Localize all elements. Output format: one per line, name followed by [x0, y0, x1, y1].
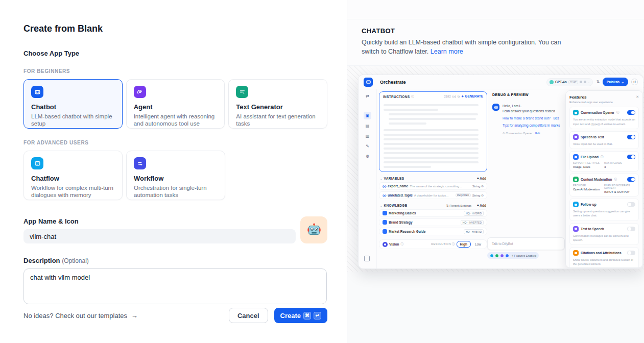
chevron-down-icon: ⌄: [621, 80, 624, 84]
features-enabled-badge[interactable]: 4 Features Enabled: [487, 252, 539, 259]
generate-button[interactable]: ✦ GENERATE: [461, 94, 483, 99]
app-icon-picker[interactable]: [300, 216, 327, 243]
app-type-card-agent[interactable]: Agent Intelligent agent with reasoning a…: [126, 79, 225, 129]
content-moderation-icon: [573, 177, 579, 182]
app-type-name: Chatbot: [31, 103, 115, 111]
shot-app-title: Orchestrate: [380, 80, 406, 85]
preview-top-strip: [347, 0, 644, 19]
toggle-switch[interactable]: [627, 135, 635, 139]
agent-icon: [134, 86, 146, 98]
preview-heading: CHATBOT: [362, 27, 630, 35]
sidebar-collapse-icon[interactable]: [364, 256, 370, 261]
sidebar-note-icon[interactable]: ✎: [364, 142, 371, 150]
preview-hatch-area: Orchestrate GPT-4o CHAT ⌄ ⇅ Publish: [347, 66, 644, 272]
app-type-card-workflow[interactable]: Workflow Orchestration for single-turn a…: [126, 151, 225, 200]
variable-row[interactable]: {x} expert_name The name of the strategi…: [379, 182, 487, 190]
create-button[interactable]: Create ⌘ ↵: [274, 308, 327, 323]
edit-link[interactable]: Edit: [535, 132, 540, 135]
sidebar-chat-icon[interactable]: ▣: [364, 112, 371, 119]
citations-icon: [573, 250, 579, 256]
debug-column: DEBUG & PREVIEW Hello, I am L. I can ans…: [492, 93, 566, 135]
app-name-input[interactable]: [23, 229, 296, 243]
workflow-icon: [134, 157, 146, 169]
add-variable-button[interactable]: + Add: [477, 177, 486, 180]
model-selector[interactable]: GPT-4o CHAT ⌄: [546, 78, 593, 86]
conversation-opener-icon: [573, 110, 579, 115]
toggle-switch[interactable]: [627, 251, 635, 255]
rerank-settings-button[interactable]: ⇅ Rerank Settings: [446, 204, 471, 207]
shot-app-icon: [364, 78, 373, 87]
templates-link[interactable]: No ideas? Check out our templates →: [23, 312, 138, 320]
swap-icon[interactable]: ⇄: [364, 92, 371, 100]
toggle-switch[interactable]: [627, 110, 635, 115]
resolution-low-button[interactable]: Low: [472, 241, 484, 247]
app-type-desc: Intelligent agent with reasoning and aut…: [134, 113, 218, 128]
history-icon[interactable]: ↺: [631, 79, 638, 85]
toggle-switch[interactable]: [627, 202, 635, 207]
info-icon: ⓘ: [400, 242, 403, 246]
suggestion-link[interactable]: Tips for analyzing competitors in marke: [503, 123, 560, 128]
app-type-desc: Orchestration for single-turn automation…: [134, 184, 218, 199]
app-type-card-chatflow[interactable]: Chatflow Workflow for complex multi-turn…: [23, 151, 123, 200]
chevron-down-icon[interactable]: ⌄: [380, 204, 383, 207]
info-icon: ⓘ: [614, 178, 617, 181]
sidebar-gear-icon[interactable]: ⚙: [364, 153, 371, 160]
variable-braces-icon[interactable]: {x}: [452, 95, 456, 98]
app-type-desc: AI assistant for text generation tasks: [236, 113, 320, 128]
model-provider-icon: [550, 80, 554, 84]
model-name: GPT-4o: [555, 80, 567, 84]
choose-app-type-label: Choose App Type: [23, 50, 327, 57]
cancel-button[interactable]: Cancel: [229, 308, 268, 323]
vision-eye-icon: [383, 242, 388, 247]
instructions-skeleton: [379, 101, 487, 172]
shot-topbar: Orchestrate GPT-4o CHAT ⌄ ⇅ Publish: [359, 75, 643, 89]
app-type-name: Chatflow: [31, 175, 115, 182]
advanced-cards: Chatflow Workflow for complex multi-turn…: [23, 151, 327, 200]
sidebar-document-icon[interactable]: ▥: [364, 132, 371, 140]
cmd-key-icon: ⌘: [303, 312, 311, 320]
variable-icon: {x}: [383, 185, 386, 188]
toggle-switch[interactable]: [627, 227, 635, 231]
description-optional-label: (Optional): [62, 257, 89, 264]
knowledge-row[interactable]: Marketing Basics HQ · HYBRID: [379, 209, 487, 217]
resolution-high-button[interactable]: High: [457, 241, 471, 248]
description-textarea[interactable]: [23, 268, 327, 304]
app-type-card-chatbot[interactable]: Chatbot LLM-based chatbot with simple se…: [23, 79, 123, 129]
copy-icon[interactable]: ⧉: [458, 95, 460, 99]
sidebar-image-icon[interactable]: ▤: [364, 122, 371, 130]
knowledge-row[interactable]: Brand Strategy HQ · INVERTED: [379, 218, 487, 226]
greeting-line: I can answer your questions related: [503, 109, 560, 114]
chatflow-icon: [31, 157, 43, 169]
app-type-desc: LLM-based chatbot with simple setup: [31, 113, 115, 128]
instructions-panel[interactable]: INSTRUCTIONS ⓘ 2182 {x} ⧉ ✦ GENERATE: [379, 91, 487, 172]
toggle-switch[interactable]: [627, 155, 635, 159]
text-to-speech-icon: [573, 226, 579, 232]
toggle-switch[interactable]: [627, 177, 635, 182]
knowledge-row[interactable]: Market Research Guide HQ · HYBRID: [379, 228, 487, 235]
feature-card-text-to-speech: Text to Speech Conversation messages can…: [569, 223, 639, 246]
feature-dot-icon: [505, 254, 509, 258]
suggestion-link[interactable]: How to make a brand stand out? Bes: [503, 116, 560, 121]
preview-footer-area: [347, 272, 644, 343]
arrow-right-icon: →: [131, 312, 138, 320]
app-type-card-text-generator[interactable]: Text Generator AI assistant for text gen…: [228, 79, 327, 129]
chevron-down-icon: ⌄: [588, 81, 590, 84]
bot-message: Hello, I am L. I can answer your questio…: [492, 104, 566, 135]
feature-dot-icon: [490, 254, 494, 258]
advanced-section-label: FOR ADVANCED USERS: [23, 140, 327, 145]
char-count: 2182: [444, 95, 450, 98]
model-option-icon: [580, 81, 582, 83]
variables-header: ⌄ VARIABLES + Add: [380, 177, 486, 180]
beginners-section-label: FOR BEGINNERS: [23, 68, 327, 74]
variable-row[interactable]: {x} unrelated_topic A placeholder for to…: [379, 191, 487, 199]
knowledge-doc-icon: [383, 229, 387, 234]
chat-input[interactable]: Talk to DifyBot: [487, 237, 565, 250]
publish-button[interactable]: Publish ⌄: [603, 78, 628, 86]
learn-more-link[interactable]: Learn more: [431, 48, 463, 55]
chevron-down-icon[interactable]: ⌄: [380, 177, 383, 180]
model-settings-icon[interactable]: ⇅: [596, 80, 600, 84]
add-knowledge-button[interactable]: + Add: [477, 204, 486, 207]
close-icon[interactable]: ✕: [636, 95, 639, 99]
info-icon: ⓘ: [601, 155, 604, 159]
required-badge: REQUIRED: [456, 193, 471, 197]
